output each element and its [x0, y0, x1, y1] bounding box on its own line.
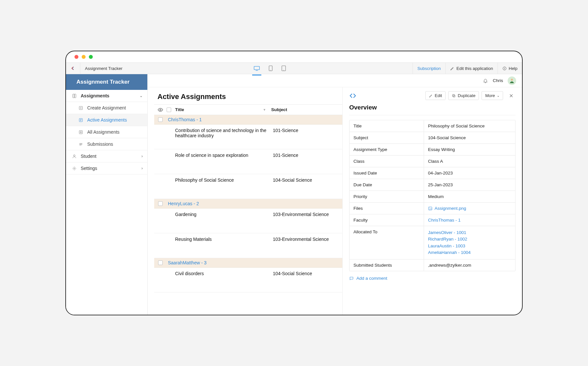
val-allocated: JamesOliver - 1001RichardRyan - 1002Laur…: [424, 226, 515, 259]
table-row[interactable]: Reusing Materials 103-Environmental Scie…: [154, 233, 342, 258]
notifications-button[interactable]: [483, 78, 488, 83]
code-icon[interactable]: [349, 92, 356, 99]
nav-active-assignments[interactable]: Active Assignments: [66, 114, 147, 126]
table-row[interactable]: Role of science in space exploration 101…: [154, 149, 342, 174]
select-all-checkbox[interactable]: [167, 108, 171, 112]
tablet-icon: [269, 65, 273, 71]
nav-assignments-label: Assignments: [81, 93, 109, 98]
more-label: More: [485, 93, 495, 98]
tablet-view-button[interactable]: [268, 63, 273, 73]
lbl-allocated: Allocated To: [350, 226, 424, 259]
group-name[interactable]: HenryLucas - 2: [168, 201, 199, 206]
chevron-down-icon: ⌄: [139, 93, 143, 98]
sort-caret-icon[interactable]: ▾: [264, 108, 265, 111]
edit-label: Edit: [435, 93, 442, 98]
table-row[interactable]: Civil disorders 104-Social Science: [154, 268, 342, 292]
val-faculty[interactable]: ChrisThomas - 1: [424, 214, 515, 226]
svg-point-16: [429, 208, 430, 208]
nav-create-label: Create Assignment: [87, 105, 126, 110]
back-button[interactable]: [66, 63, 80, 74]
title-bar: [66, 51, 522, 62]
allocated-link[interactable]: LauraAustin - 1003: [428, 243, 511, 249]
lbl-files: Files: [350, 203, 424, 214]
col-subject-label[interactable]: Subject: [271, 107, 287, 112]
nav-create-assignment[interactable]: Create Assignment: [66, 102, 147, 114]
group-row[interactable]: SaarahMatthew - 3: [154, 258, 342, 268]
nav-submissions[interactable]: Submissions: [66, 138, 147, 150]
row-title: Reusing Materials: [156, 237, 273, 255]
group-checkbox[interactable]: [158, 201, 163, 206]
row-subject: 101-Science: [273, 153, 340, 171]
pencil-icon: [450, 66, 454, 71]
desktop-icon: [253, 66, 260, 71]
desktop-view-button[interactable]: [253, 64, 261, 73]
add-comment-button[interactable]: Add a comment: [349, 276, 515, 281]
file-name: Assignment.png: [434, 206, 466, 211]
user-bar: Chris: [148, 74, 522, 87]
nav-all-assignments[interactable]: All Assignments: [66, 126, 147, 138]
window-close-dot[interactable]: [74, 55, 78, 59]
nav-assignments[interactable]: Assignments ⌄: [66, 90, 147, 102]
detail-panel: Edit Duplicate More ⌄: [342, 87, 522, 315]
image-icon: [428, 206, 433, 211]
chevron-right-icon: ›: [141, 166, 143, 171]
group-name[interactable]: SaarahMatthew - 3: [168, 260, 206, 265]
info-icon: [502, 66, 507, 71]
row-subject: 104-Social Science: [273, 177, 340, 195]
subscription-link[interactable]: Subscription: [413, 63, 446, 74]
sidebar: Assignment Tracker Assignments ⌄ Create …: [66, 74, 148, 315]
close-panel-button[interactable]: [507, 92, 515, 100]
window-zoom-dot[interactable]: [89, 55, 93, 59]
username-label: Chris: [493, 78, 503, 83]
group-checkbox[interactable]: [158, 117, 163, 122]
submissions-icon: [78, 142, 83, 147]
more-button[interactable]: More ⌄: [482, 91, 503, 100]
table-row[interactable]: Gardening 103-Environmental Science: [154, 208, 342, 233]
lbl-type: Assignment Type: [350, 144, 424, 155]
allocated-link[interactable]: AmeliaHannah - 1004: [428, 249, 511, 256]
lbl-submitted: Submitted Students: [350, 259, 424, 271]
table-row[interactable]: Contribution of science and technology i…: [154, 125, 342, 149]
duplicate-button[interactable]: Duplicate: [448, 91, 479, 100]
mobile-view-button[interactable]: [281, 63, 287, 73]
nav-student[interactable]: Student ›: [66, 150, 147, 162]
app-name-label: Assignment Tracker: [80, 66, 127, 71]
val-subject: 104-Social Science: [424, 132, 515, 143]
file-link[interactable]: Assignment.png: [428, 206, 511, 211]
brand-title: Assignment Tracker: [66, 74, 147, 90]
row-subject: 103-Environmental Science: [273, 212, 340, 230]
lbl-faculty: Faculty: [350, 214, 424, 226]
svg-rect-13: [453, 95, 455, 97]
window-minimize-dot[interactable]: [82, 55, 86, 59]
group-row[interactable]: ChrisThomas - 1: [154, 115, 342, 125]
val-type: Essay Writing: [424, 144, 515, 155]
duplicate-label: Duplicate: [458, 93, 475, 98]
group-row[interactable]: HenryLucas - 2: [154, 199, 342, 208]
val-priority: Medium: [424, 191, 515, 202]
add-comment-label: Add a comment: [356, 276, 387, 281]
help-button[interactable]: Help: [498, 63, 522, 74]
page-title: Active Assignments: [154, 91, 342, 104]
nav-submissions-label: Submissions: [87, 141, 113, 147]
svg-rect-15: [429, 207, 432, 210]
allocated-link[interactable]: JamesOliver - 1001: [428, 229, 511, 236]
avatar-icon: [509, 78, 515, 84]
lbl-issued: Issued Date: [350, 167, 424, 179]
row-title: Gardening: [156, 212, 273, 230]
chevron-down-icon: ⌄: [497, 94, 499, 97]
allocated-link[interactable]: RichardRyan - 1002: [428, 236, 511, 242]
edit-application-button[interactable]: Edit this application: [445, 63, 498, 74]
group-name[interactable]: ChrisThomas - 1: [168, 117, 202, 122]
val-issued: 04-Jan-2023: [424, 167, 515, 179]
list-active-icon: [78, 118, 83, 123]
col-title-label[interactable]: Title: [175, 107, 184, 112]
edit-button[interactable]: Edit: [425, 91, 446, 100]
group-checkbox[interactable]: [158, 260, 163, 265]
lbl-title: Title: [350, 120, 424, 132]
nav-settings[interactable]: Settings ›: [66, 162, 147, 175]
val-due: 25-Jan-2023: [424, 179, 515, 191]
help-label: Help: [509, 66, 517, 71]
table-row[interactable]: Philosophy of Social Science 104-Social …: [154, 174, 342, 199]
book-icon: [72, 93, 77, 98]
user-avatar[interactable]: [508, 76, 516, 85]
